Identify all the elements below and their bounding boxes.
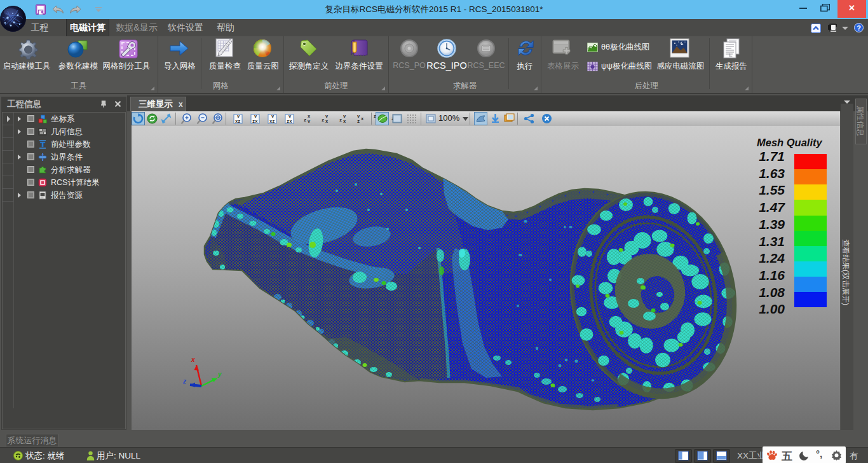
svg-text:v: v bbox=[357, 114, 360, 119]
svg-text:v: v bbox=[325, 114, 329, 119]
svg-text:v: v bbox=[308, 119, 311, 124]
svg-text:zx: zx bbox=[287, 119, 292, 124]
svg-text:x: x bbox=[361, 116, 364, 121]
svg-text:xz: xz bbox=[269, 119, 275, 124]
svg-text:z: z bbox=[322, 118, 324, 123]
svg-text:z: z bbox=[182, 378, 186, 385]
svg-text:y: y bbox=[217, 371, 222, 378]
svg-text:z: z bbox=[357, 119, 360, 124]
svg-text:x: x bbox=[325, 119, 329, 124]
svg-text:x: x bbox=[343, 119, 346, 124]
svg-text:x: x bbox=[191, 356, 195, 363]
svg-text:v: v bbox=[343, 114, 346, 119]
svg-text:zx: zx bbox=[252, 119, 258, 124]
svg-text:?: ? bbox=[857, 24, 861, 32]
svg-text:z: z bbox=[304, 118, 306, 123]
svg-text:xz: xz bbox=[235, 119, 240, 124]
svg-text:x: x bbox=[308, 114, 311, 119]
svg-text:z: z bbox=[339, 118, 342, 123]
